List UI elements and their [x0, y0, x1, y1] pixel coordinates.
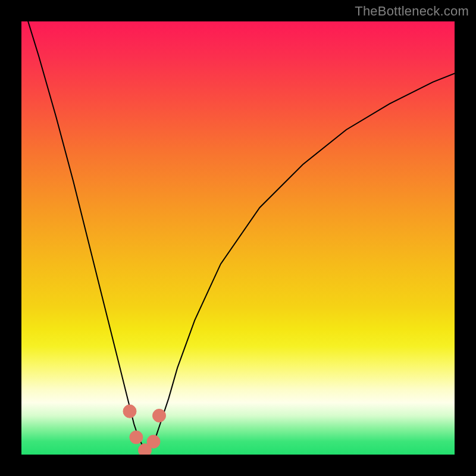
bottleneck-curve [21, 21, 455, 450]
plot-area [21, 21, 455, 455]
curve-marker [130, 431, 143, 444]
marker-group [123, 405, 166, 455]
curve-marker [153, 409, 166, 422]
watermark-text: TheBottleneck.com [355, 4, 469, 19]
curve-layer [21, 21, 455, 455]
curve-marker [147, 435, 160, 448]
chart-stage: TheBottleneck.com [0, 0, 476, 476]
curve-marker [123, 405, 136, 418]
